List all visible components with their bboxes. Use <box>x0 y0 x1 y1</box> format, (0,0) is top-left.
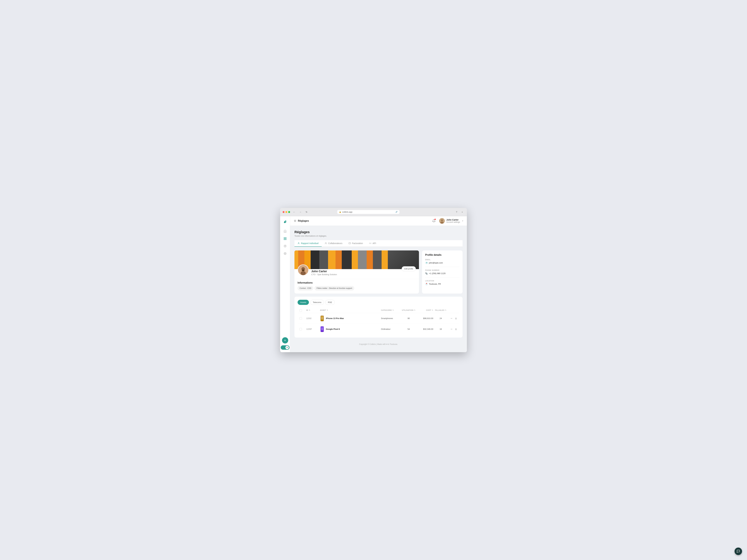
profile-details-card: Profile details EMAIL ✉ john@spie.com PH… <box>422 250 463 294</box>
svg-rect-0 <box>284 237 285 238</box>
row-1-edit-icon[interactable]: ✏ <box>450 317 453 320</box>
chat-button[interactable] <box>735 548 742 555</box>
svg-rect-3 <box>285 239 286 240</box>
pixel-icon <box>320 326 324 332</box>
page-title: Réglages <box>294 230 463 234</box>
profile-card: John Carter CTO - Spie Building Solution… <box>294 250 419 294</box>
location-text: Toulouse, FR <box>429 283 441 285</box>
sidebar-item-dollar[interactable] <box>282 243 288 249</box>
email-value: ✉ john@spie.com <box>425 262 459 264</box>
user-text: John Carter Account settings <box>446 218 460 223</box>
iphone-icon <box>320 316 324 321</box>
footer-text: Copyright © Colibris | Made with ♥ in To… <box>359 343 398 345</box>
row-2-delete-icon[interactable]: 🗑 <box>455 328 458 331</box>
col-util-header: UTILISATION ⇅ <box>401 309 416 312</box>
new-tab-button[interactable]: + <box>460 210 464 214</box>
main-content: ⚙ Réglages <box>290 216 467 352</box>
detail-phone: PHONE NUMBER 📞 +1 (256) 980 1120 <box>425 269 459 277</box>
user-info[interactable]: John Carter Account settings ▾ <box>439 218 463 224</box>
edit-profile-button[interactable]: Edit profile <box>402 266 416 271</box>
tab-rapport[interactable]: Rapport Individuel <box>294 240 322 247</box>
profile-role: CTO - Spie Building Solution <box>311 273 399 276</box>
phone-value: 📞 +1 (256) 980 1120 <box>425 272 459 275</box>
svg-rect-1 <box>285 237 286 238</box>
tag-contrat: Contrat : CDD <box>298 286 313 290</box>
notification-dot <box>435 219 436 220</box>
table-header: ID ⇅ ASSET ⇅ CATEGORIE ⇅ UTILISATION ⇅ C… <box>298 308 459 313</box>
phone-label: PHONE NUMBER <box>425 269 459 271</box>
content-grid: John Carter CTO - Spie Building Solution… <box>294 250 463 294</box>
email-text: john@spie.com <box>429 262 443 264</box>
row-2-filliales: 16 <box>435 328 447 330</box>
profile-text: John Carter CTO - Spie Building Solution <box>311 268 399 276</box>
sidebar: + ☀ <box>280 216 290 352</box>
row-2-device-icon <box>320 326 324 332</box>
dot-yellow[interactable] <box>285 211 287 213</box>
table-row: 122DF Google Pixel 6 Ordinateur 5 <box>298 324 459 335</box>
svg-rect-2 <box>284 239 285 240</box>
asset-tab-rse[interactable]: RSE <box>325 300 335 305</box>
svg-point-7 <box>285 254 285 254</box>
header-title: Réglages <box>298 219 309 222</box>
browser-window: ← → ↻ 🔒 colibris.app 🔗 ? + <box>280 208 467 352</box>
table-row: 12332 iPhone 13 Pro Max Smartphones <box>298 313 459 324</box>
select-all-checkbox[interactable] <box>300 309 302 312</box>
row-2-utilisation: 54 <box>401 328 416 330</box>
sidebar-item-home[interactable] <box>282 228 288 234</box>
assets-table: ID ⇅ ASSET ⇅ CATEGORIE ⇅ UTILISATION ⇅ C… <box>298 308 459 335</box>
row-2-id: 122DF <box>306 328 319 330</box>
assets-card: Assets Telecoms RSE ID ⇅ ASSET ⇅ CATEGOR <box>294 297 463 338</box>
tab-collaborateurs[interactable]: Collaborateurs <box>322 240 345 247</box>
share-icon: 🔗 <box>395 211 397 213</box>
row-1-delete-icon[interactable]: 🗑 <box>455 317 458 320</box>
location-label: LOCATION <box>425 280 459 282</box>
theme-toggle[interactable]: ☀ <box>281 345 289 350</box>
tab-facturation-label: Facturation <box>352 242 363 244</box>
sidebar-item-grid[interactable] <box>282 236 288 242</box>
tab-facturation[interactable]: Facturation <box>345 240 366 247</box>
email-icon: ✉ <box>425 262 428 264</box>
forward-button[interactable]: → <box>298 210 303 214</box>
informations-title: Informations <box>298 282 416 284</box>
row-2-actions: ✏ 🗑 <box>448 328 458 331</box>
sidebar-item-target[interactable] <box>282 250 288 257</box>
col-fill-header: FILLIALES ⇅ <box>435 309 447 312</box>
assets-tabs: Assets Telecoms RSE <box>298 300 459 305</box>
tab-api[interactable]: API <box>366 240 379 247</box>
col-asset-header: ASSET ⇅ <box>320 309 380 312</box>
tag-filiere: Filière metier : Direction et fonction s… <box>314 286 354 290</box>
svg-point-18 <box>301 271 306 275</box>
header-gear-icon: ⚙ <box>294 219 296 222</box>
row-2-checkbox[interactable] <box>300 328 302 330</box>
detail-email: EMAIL ✉ john@spie.com <box>425 259 459 267</box>
row-1-checkbox[interactable] <box>300 317 302 320</box>
svg-point-9 <box>441 219 443 221</box>
settings-tabs: Rapport Individuel Collaborateurs <box>294 240 463 247</box>
avatar <box>439 218 445 224</box>
chevron-down-icon: ▾ <box>462 220 463 222</box>
add-button[interactable]: + <box>282 337 288 344</box>
page-content: Réglages Toutes vos informations et régl… <box>290 226 467 352</box>
info-tags: Contrat : CDD Filière metier : Direction… <box>298 286 416 290</box>
dot-red[interactable] <box>283 211 284 213</box>
svg-point-15 <box>370 243 370 244</box>
row-checkbox-2 <box>300 328 305 330</box>
header: ⚙ Réglages <box>290 216 467 226</box>
dot-green[interactable] <box>288 211 290 213</box>
back-button[interactable]: ← <box>292 210 296 214</box>
row-2-edit-icon[interactable]: ✏ <box>450 328 453 331</box>
location-value: 📍 Toulouse, FR <box>425 283 459 286</box>
notification-button[interactable] <box>431 218 437 224</box>
asset-tab-telecoms[interactable]: Telecoms <box>310 300 324 305</box>
row-1-device-icon <box>320 315 324 322</box>
help-button[interactable]: ? <box>455 210 459 214</box>
tab-collaborateurs-label: Collaborateurs <box>328 242 342 244</box>
informations-section: Informations Contrat : CDD Filière metie… <box>294 279 419 294</box>
col-checkbox-header <box>300 309 305 312</box>
row-1-cout: $98,910.00 <box>418 317 433 320</box>
phone-icon: 📞 <box>425 272 428 275</box>
asset-tab-assets[interactable]: Assets <box>298 300 309 305</box>
address-bar[interactable]: 🔒 colibris.app 🔗 <box>337 210 400 214</box>
refresh-button[interactable]: ↻ <box>304 210 309 214</box>
header-left: ⚙ Réglages <box>294 219 309 222</box>
